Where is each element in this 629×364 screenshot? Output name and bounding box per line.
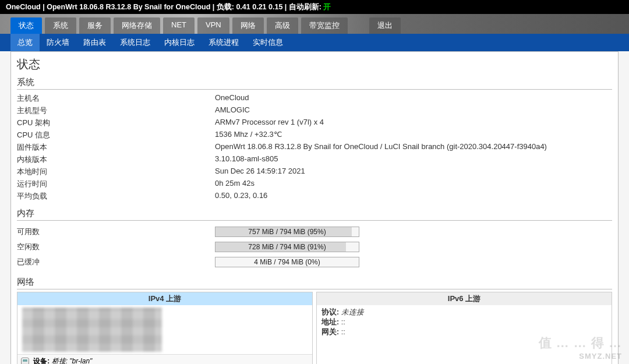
sub-nav-item-5[interactable]: 系统进程 — [202, 34, 246, 51]
system-row-8: 平均负载0.50, 0.23, 0.16 — [17, 190, 612, 202]
autorefresh-state[interactable]: 开 — [323, 3, 331, 11]
system-row-label: 主机型号 — [17, 105, 215, 116]
system-row-0: 主机名OneCloud — [17, 92, 612, 104]
memory-bar: 4 MiB / 794 MiB (0%) — [215, 257, 359, 267]
memory-row-label: 已缓冲 — [17, 257, 215, 267]
system-row-label: CPU 架构 — [17, 118, 215, 128]
system-row-value: ARMv7 Processor rev 1 (v7l) x 4 — [215, 118, 612, 128]
ipv4-header: IPv4 上游 — [17, 292, 312, 305]
firmware-short: OpenWrt 18.06.8 R3.12.8 By Snail for One… — [47, 3, 210, 11]
memory-bar-text: 4 MiB / 794 MiB (0%) — [215, 257, 359, 267]
system-row-value: AMLOGIC — [215, 105, 612, 116]
main-nav-item-5[interactable]: VPN — [197, 17, 229, 34]
system-row-label: 固件版本 — [17, 142, 215, 153]
memory-bar-text: 757 MiB / 794 MiB (95%) — [215, 227, 359, 237]
system-row-value: OpenWrt 18.06.8 R3.12.8 By Snail for One… — [215, 142, 612, 153]
system-row-1: 主机型号AMLOGIC — [17, 104, 612, 116]
memory-row-label: 可用数 — [17, 227, 215, 237]
sub-nav-item-0[interactable]: 总览 — [10, 34, 40, 51]
ipv4-dev-value: 桥接: "br-lan" — [52, 357, 93, 364]
system-row-label: 运行时间 — [17, 179, 215, 189]
system-row-label: CPU 信息 — [17, 130, 215, 140]
system-row-5: 内核版本3.10.108-aml-s805 — [17, 153, 612, 165]
system-row-7: 运行时间0h 25m 42s — [17, 178, 612, 190]
memory-row-0: 可用数757 MiB / 794 MiB (95%) — [17, 224, 612, 239]
system-row-label: 内核版本 — [17, 154, 215, 165]
sub-nav-item-3[interactable]: 系统日志 — [113, 34, 157, 51]
sub-nav-item-4[interactable]: 内核日志 — [157, 34, 202, 51]
section-system-legend: 系统 — [17, 76, 612, 90]
main-nav-item-0[interactable]: 状态 — [10, 17, 42, 34]
sub-nav-item-6[interactable]: 实时信息 — [246, 34, 290, 51]
main-nav-item-6[interactable]: 网络 — [232, 17, 264, 34]
memory-row-2: 已缓冲4 MiB / 794 MiB (0%) — [17, 255, 612, 270]
load-value: 0.41 0.21 0.15 — [236, 3, 282, 11]
watermark: 值 … … 得 … SMYZ.NET — [539, 334, 622, 361]
ipv4-device-row: 设备: 桥接: "br-lan" MAC 地址: B0:D5:9D:00:00:… — [17, 354, 312, 364]
system-row-4: 固件版本OpenWrt 18.06.8 R3.12.8 By Snail for… — [17, 141, 612, 153]
ipv6-proto-value: 未连接 — [341, 308, 364, 316]
section-memory-legend: 内存 — [17, 207, 612, 221]
section-network-legend: 网络 — [17, 275, 612, 289]
host-name: OneCloud — [6, 3, 41, 11]
system-row-label: 本地时间 — [17, 167, 215, 177]
ipv4-body — [17, 305, 312, 354]
main-nav-item-2[interactable]: 服务 — [79, 17, 111, 34]
system-row-label: 主机名 — [17, 93, 215, 104]
main-nav-item-3[interactable]: 网络存储 — [114, 17, 160, 34]
system-row-value: OneCloud — [215, 93, 612, 104]
memory-bar: 728 MiB / 794 MiB (91%) — [215, 242, 359, 252]
ipv6-addr-value: :: — [341, 318, 345, 326]
system-row-value: 0.50, 0.23, 0.16 — [215, 191, 612, 202]
system-row-value: Sun Dec 26 14:59:17 2021 — [215, 167, 612, 177]
autorefresh-label: 自动刷新: — [289, 3, 321, 11]
page-title: 状态 — [17, 56, 612, 72]
network-grid: IPv4 上游 设备: 桥接: "br-lan" MAC 地址: B0:D5:9… — [17, 292, 612, 364]
ipv6-addr-label: 地址: — [321, 318, 339, 326]
system-row-label: 平均负载 — [17, 191, 215, 202]
main-nav-item-9[interactable]: 退出 — [369, 17, 401, 34]
sub-nav-item-1[interactable]: 防火墙 — [40, 34, 76, 51]
memory-bars: 可用数757 MiB / 794 MiB (95%)空闲数728 MiB / 7… — [17, 221, 612, 273]
main-nav-item-7[interactable]: 高级 — [267, 17, 298, 34]
main-nav-item-4[interactable]: NET — [163, 17, 195, 34]
ipv4-info-redacted — [22, 308, 162, 352]
ipv6-header: IPv6 上游 — [317, 292, 612, 305]
sub-nav-item-2[interactable]: 路由表 — [76, 34, 113, 51]
ipv6-gw-value: :: — [341, 328, 345, 336]
memory-bar: 757 MiB / 794 MiB (95%) — [215, 227, 359, 237]
main-nav-item-1[interactable]: 系统 — [45, 17, 76, 34]
memory-row-label: 空闲数 — [17, 242, 215, 252]
memory-bar-text: 728 MiB / 794 MiB (91%) — [215, 242, 359, 252]
system-row-value: 3.10.108-aml-s805 — [215, 154, 612, 165]
ipv4-upstream-box: IPv4 上游 设备: 桥接: "br-lan" MAC 地址: B0:D5:9… — [17, 292, 313, 364]
system-row-value: 0h 25m 42s — [215, 179, 612, 189]
sub-nav: 总览防火墙路由表系统日志内核日志系统进程实时信息 — [0, 34, 629, 51]
system-row-value: 1536 Mhz / +32.3℃ — [215, 130, 612, 140]
system-fields: 主机名OneCloud主机型号AMLOGICCPU 架构ARMv7 Proces… — [17, 90, 612, 204]
ethernet-icon — [21, 358, 29, 364]
main-nav: 状态系统服务网络存储NETVPN网络高级带宽监控退出 — [0, 14, 629, 34]
main-nav-item-8[interactable]: 带宽监控 — [301, 17, 348, 34]
ipv6-gw-label: 网关: — [321, 328, 339, 336]
load-label: 负载: — [217, 3, 234, 11]
system-row-3: CPU 信息1536 Mhz / +32.3℃ — [17, 129, 612, 141]
ipv6-proto-label: 协议: — [321, 308, 339, 316]
top-status-bar: OneCloud | OpenWrt 18.06.8 R3.12.8 By Sn… — [0, 0, 629, 14]
system-row-6: 本地时间Sun Dec 26 14:59:17 2021 — [17, 165, 612, 178]
memory-row-1: 空闲数728 MiB / 794 MiB (91%) — [17, 239, 612, 255]
system-row-2: CPU 架构ARMv7 Processor rev 1 (v7l) x 4 — [17, 116, 612, 129]
content-panel: 状态 系统 主机名OneCloud主机型号AMLOGICCPU 架构ARMv7 … — [10, 51, 619, 364]
ipv4-dev-label: 设备: — [33, 357, 50, 364]
